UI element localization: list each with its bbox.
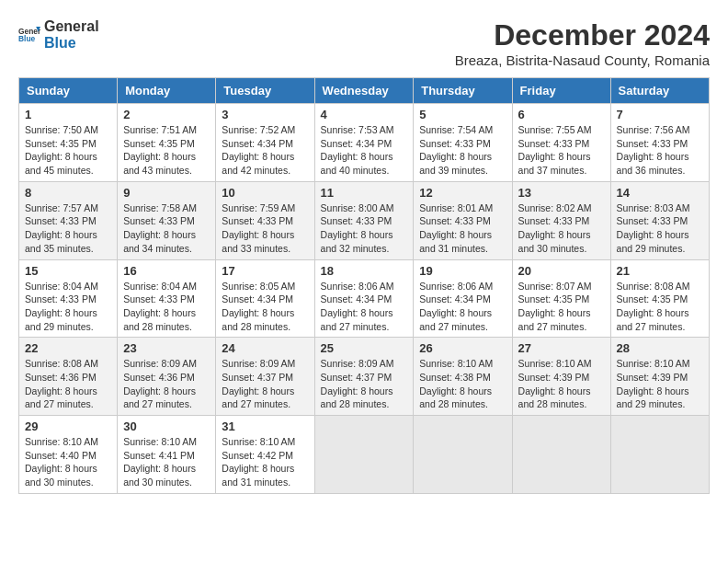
calendar-day-cell: 9Sunrise: 7:58 AMSunset: 4:33 PMDaylight…: [118, 181, 216, 259]
calendar-day-cell: 18Sunrise: 8:06 AMSunset: 4:34 PMDayligh…: [314, 259, 414, 338]
day-info: Sunrise: 8:10 AMSunset: 4:39 PMDaylight:…: [617, 357, 703, 411]
day-info: Sunrise: 8:10 AMSunset: 4:38 PMDaylight:…: [419, 357, 506, 411]
day-info: Sunrise: 7:59 AMSunset: 4:33 PMDaylight:…: [222, 201, 308, 256]
calendar-week-row: 8Sunrise: 7:57 AMSunset: 4:33 PMDaylight…: [19, 181, 710, 259]
logo-blue-text: Blue: [44, 35, 99, 52]
day-number: 10: [222, 186, 308, 200]
day-info: Sunrise: 8:10 AMSunset: 4:39 PMDaylight:…: [518, 357, 605, 411]
day-number: 20: [518, 264, 605, 278]
page-header: General Blue General Blue December 2024 …: [18, 18, 710, 68]
calendar-day-cell: 11Sunrise: 8:00 AMSunset: 4:33 PMDayligh…: [314, 181, 414, 259]
calendar-day-cell: 19Sunrise: 8:06 AMSunset: 4:34 PMDayligh…: [414, 259, 512, 338]
day-number: 19: [419, 264, 506, 278]
calendar-day-cell: 21Sunrise: 8:08 AMSunset: 4:35 PMDayligh…: [610, 259, 709, 338]
calendar-header-friday: Friday: [512, 78, 610, 104]
logo-icon: General Blue: [18, 24, 40, 46]
day-number: 21: [617, 264, 703, 278]
day-info: Sunrise: 8:07 AMSunset: 4:35 PMDaylight:…: [518, 280, 605, 334]
day-number: 5: [419, 108, 506, 121]
day-number: 30: [123, 419, 210, 433]
calendar-day-cell: 25Sunrise: 8:09 AMSunset: 4:37 PMDayligh…: [314, 338, 414, 416]
day-number: 15: [25, 264, 111, 278]
calendar-table: SundayMondayTuesdayWednesdayThursdayFrid…: [18, 77, 710, 494]
calendar-day-cell: 16Sunrise: 8:04 AMSunset: 4:33 PMDayligh…: [118, 259, 216, 338]
calendar-header-saturday: Saturday: [610, 78, 709, 104]
calendar-day-cell: 14Sunrise: 8:03 AMSunset: 4:33 PMDayligh…: [610, 181, 709, 259]
calendar-day-cell: 31Sunrise: 8:10 AMSunset: 4:42 PMDayligh…: [216, 416, 314, 494]
day-info: Sunrise: 8:08 AMSunset: 4:36 PMDaylight:…: [25, 357, 111, 411]
day-number: 31: [222, 419, 308, 433]
day-info: Sunrise: 7:54 AMSunset: 4:33 PMDaylight:…: [419, 123, 506, 178]
calendar-day-cell: 29Sunrise: 8:10 AMSunset: 4:40 PMDayligh…: [19, 416, 118, 494]
calendar-week-row: 29Sunrise: 8:10 AMSunset: 4:40 PMDayligh…: [19, 416, 710, 494]
day-number: 6: [518, 108, 605, 121]
day-info: Sunrise: 7:57 AMSunset: 4:33 PMDaylight:…: [25, 201, 111, 256]
day-number: 9: [123, 186, 210, 200]
day-number: 24: [222, 341, 308, 355]
day-number: 12: [419, 186, 506, 200]
day-info: Sunrise: 7:56 AMSunset: 4:33 PMDaylight:…: [617, 123, 703, 178]
calendar-header-row: SundayMondayTuesdayWednesdayThursdayFrid…: [19, 78, 710, 104]
svg-text:Blue: Blue: [18, 34, 36, 43]
calendar-week-row: 22Sunrise: 8:08 AMSunset: 4:36 PMDayligh…: [19, 338, 710, 416]
day-info: Sunrise: 8:09 AMSunset: 4:37 PMDaylight:…: [222, 357, 308, 411]
calendar-day-cell: 2Sunrise: 7:51 AMSunset: 4:35 PMDaylight…: [118, 104, 216, 182]
calendar-day-cell: 6Sunrise: 7:55 AMSunset: 4:33 PMDaylight…: [512, 104, 610, 182]
day-number: 11: [321, 186, 408, 200]
day-info: Sunrise: 8:10 AMSunset: 4:40 PMDaylight:…: [25, 435, 111, 489]
day-number: 16: [123, 264, 210, 278]
day-number: 18: [321, 264, 408, 278]
calendar-day-cell: 4Sunrise: 7:53 AMSunset: 4:34 PMDaylight…: [314, 104, 414, 182]
calendar-week-row: 1Sunrise: 7:50 AMSunset: 4:35 PMDaylight…: [19, 104, 710, 182]
calendar-day-cell: 7Sunrise: 7:56 AMSunset: 4:33 PMDaylight…: [610, 104, 709, 182]
calendar-day-cell: 30Sunrise: 8:10 AMSunset: 4:41 PMDayligh…: [118, 416, 216, 494]
calendar-day-cell: [512, 416, 610, 494]
day-info: Sunrise: 7:50 AMSunset: 4:35 PMDaylight:…: [25, 123, 111, 178]
day-info: Sunrise: 7:51 AMSunset: 4:35 PMDaylight:…: [123, 123, 210, 178]
calendar-day-cell: 20Sunrise: 8:07 AMSunset: 4:35 PMDayligh…: [512, 259, 610, 338]
day-number: 17: [222, 264, 308, 278]
day-number: 7: [617, 108, 703, 121]
day-info: Sunrise: 8:06 AMSunset: 4:34 PMDaylight:…: [321, 280, 408, 334]
calendar-day-cell: 15Sunrise: 8:04 AMSunset: 4:33 PMDayligh…: [19, 259, 118, 338]
day-number: 8: [25, 186, 111, 200]
day-number: 29: [25, 419, 111, 433]
day-number: 28: [617, 341, 703, 355]
day-info: Sunrise: 8:10 AMSunset: 4:41 PMDaylight:…: [123, 435, 210, 489]
day-info: Sunrise: 7:52 AMSunset: 4:34 PMDaylight:…: [222, 123, 308, 178]
day-info: Sunrise: 8:05 AMSunset: 4:34 PMDaylight:…: [222, 280, 308, 334]
calendar-header-wednesday: Wednesday: [314, 78, 414, 104]
day-number: 23: [123, 341, 210, 355]
calendar-day-cell: 28Sunrise: 8:10 AMSunset: 4:39 PMDayligh…: [610, 338, 709, 416]
calendar-day-cell: [414, 416, 512, 494]
month-year-title: December 2024: [455, 18, 710, 52]
calendar-header-thursday: Thursday: [414, 78, 512, 104]
day-number: 22: [25, 341, 111, 355]
calendar-day-cell: 8Sunrise: 7:57 AMSunset: 4:33 PMDaylight…: [19, 181, 118, 259]
day-info: Sunrise: 8:00 AMSunset: 4:33 PMDaylight:…: [321, 201, 408, 256]
calendar-header-monday: Monday: [118, 78, 216, 104]
calendar-day-cell: 1Sunrise: 7:50 AMSunset: 4:35 PMDaylight…: [19, 104, 118, 182]
day-info: Sunrise: 8:09 AMSunset: 4:37 PMDaylight:…: [321, 357, 408, 411]
calendar-week-row: 15Sunrise: 8:04 AMSunset: 4:33 PMDayligh…: [19, 259, 710, 338]
calendar-day-cell: 22Sunrise: 8:08 AMSunset: 4:36 PMDayligh…: [19, 338, 118, 416]
calendar-header-sunday: Sunday: [19, 78, 118, 104]
calendar-day-cell: 10Sunrise: 7:59 AMSunset: 4:33 PMDayligh…: [216, 181, 314, 259]
calendar-day-cell: 3Sunrise: 7:52 AMSunset: 4:34 PMDaylight…: [216, 104, 314, 182]
day-number: 25: [321, 341, 408, 355]
day-number: 1: [25, 108, 111, 121]
calendar-day-cell: 17Sunrise: 8:05 AMSunset: 4:34 PMDayligh…: [216, 259, 314, 338]
calendar-day-cell: 26Sunrise: 8:10 AMSunset: 4:38 PMDayligh…: [414, 338, 512, 416]
day-info: Sunrise: 7:55 AMSunset: 4:33 PMDaylight:…: [518, 123, 605, 178]
logo: General Blue General Blue: [18, 18, 99, 51]
calendar-header-tuesday: Tuesday: [216, 78, 314, 104]
day-number: 4: [321, 108, 408, 121]
location-subtitle: Breaza, Bistrita-Nasaud County, Romania: [455, 52, 710, 68]
day-number: 27: [518, 341, 605, 355]
day-info: Sunrise: 7:53 AMSunset: 4:34 PMDaylight:…: [321, 123, 408, 178]
logo-general-text: General: [44, 18, 99, 35]
calendar-day-cell: 23Sunrise: 8:09 AMSunset: 4:36 PMDayligh…: [118, 338, 216, 416]
calendar-day-cell: 12Sunrise: 8:01 AMSunset: 4:33 PMDayligh…: [414, 181, 512, 259]
day-info: Sunrise: 8:02 AMSunset: 4:33 PMDaylight:…: [518, 201, 605, 256]
day-info: Sunrise: 8:06 AMSunset: 4:34 PMDaylight:…: [419, 280, 506, 334]
